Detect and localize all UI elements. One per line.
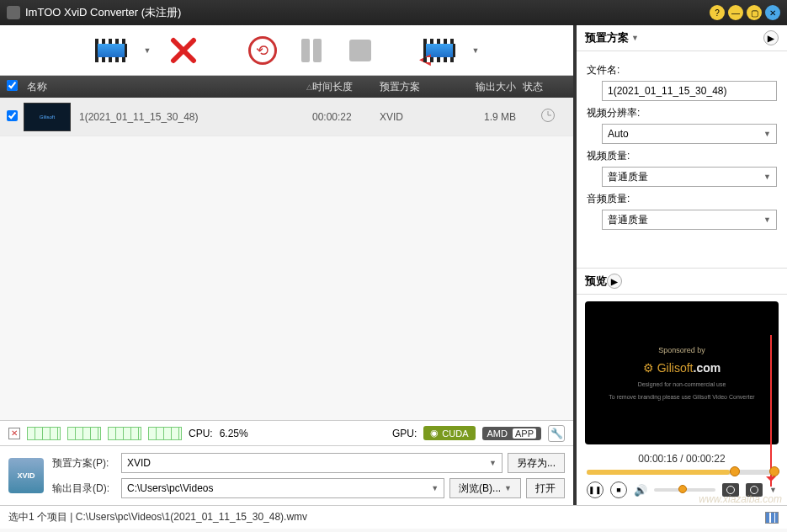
preview-brand: ⚙ Gilisoft.com xyxy=(643,361,721,375)
list-item[interactable]: Gilisoft 1(2021_01_11_15_30_48) 00:00:22… xyxy=(0,98,573,136)
audio-quality-label: 音频质量: xyxy=(587,192,777,206)
resolution-label: 视频分辨率: xyxy=(587,106,777,120)
scrub-end-knob[interactable] xyxy=(769,466,779,476)
app-icon xyxy=(7,6,20,19)
close-button[interactable]: ✕ xyxy=(765,5,780,20)
save-as-button[interactable]: 另存为... xyxy=(508,453,565,473)
cpu-label: CPU: xyxy=(189,428,213,439)
cuda-badge[interactable]: ◉CUDA xyxy=(423,426,475,440)
preview-note1: Designed for non-commercial use xyxy=(638,381,726,387)
fullscreen-button[interactable] xyxy=(722,483,739,497)
filename-input[interactable] xyxy=(602,81,777,101)
pause-button[interactable] xyxy=(294,33,329,68)
amd-badge[interactable]: AMDAPP xyxy=(482,427,541,440)
cpu-core-graph xyxy=(67,427,101,440)
profile-label: 预置方案(P): xyxy=(52,456,116,471)
minimize-button[interactable]: — xyxy=(728,5,743,20)
main-toolbar: ▼ ⟲ ◀ ▼ xyxy=(0,25,573,76)
help-button[interactable]: ? xyxy=(710,5,725,20)
perf-bar: ✕ CPU: 6.25% GPU: ◉CUDA AMDAPP 🔧 xyxy=(0,420,573,445)
remove-button[interactable] xyxy=(166,33,201,68)
convert-button[interactable]: ⟲ xyxy=(245,33,280,68)
clock-icon xyxy=(541,109,555,122)
col-name[interactable]: 名称 xyxy=(24,80,303,94)
row-duration: 00:00:22 xyxy=(312,111,380,123)
col-profile[interactable]: 预置方案 xyxy=(380,80,464,94)
preset-panel-header: 预置方案 ▼ ▶ xyxy=(577,25,787,51)
preset-panel: 文件名: 视频分辨率: Auto▼ 视频质量: 普通质量▼ 音频质量: 普通质量… xyxy=(577,51,787,237)
status-bar: 选中1 个项目 | C:\Users\pc\Videos\1(2021_01_1… xyxy=(0,505,787,529)
status-history-button[interactable] xyxy=(765,512,779,524)
maximize-button[interactable]: ▢ xyxy=(747,5,762,20)
preview-time: 00:00:16 / 00:00:22 xyxy=(577,451,787,470)
add-file-dropdown[interactable]: ▼ xyxy=(144,46,152,55)
import-button[interactable]: ◀ xyxy=(422,33,457,68)
volume-slider[interactable] xyxy=(654,488,715,492)
browse-button[interactable]: 浏览(B)...▼ xyxy=(449,478,521,498)
row-profile: XVID xyxy=(380,111,464,123)
filename-label: 文件名: xyxy=(587,63,777,77)
cpu-core-graph xyxy=(148,427,182,440)
open-folder-button[interactable]: 打开 xyxy=(526,478,565,498)
preview-stop-button[interactable]: ■ xyxy=(610,481,627,498)
preview-note2: To remove branding please use Gilisoft V… xyxy=(609,394,754,400)
output-dir-select[interactable]: C:\Users\pc\Videos▼ xyxy=(121,478,444,498)
file-list: Gilisoft 1(2021_01_11_15_30_48) 00:00:22… xyxy=(0,98,573,420)
row-status xyxy=(523,109,573,125)
list-header: 名称 △ 时间长度 预置方案 输出大小 状态 xyxy=(0,76,573,98)
profile-select[interactable]: XVID▼ xyxy=(121,453,503,473)
title-bar: ImTOO XviD Converter (未注册) ? — ▢ ✕ xyxy=(0,0,787,25)
sort-indicator-icon: △ xyxy=(306,82,312,91)
preview-pause-button[interactable]: ❚❚ xyxy=(587,481,604,498)
row-name: 1(2021_01_11_15_30_48) xyxy=(79,111,312,123)
snapshot-dropdown[interactable]: ▼ xyxy=(769,486,777,494)
status-text: 选中1 个项目 | C:\Users\pc\Videos\1(2021_01_1… xyxy=(8,510,307,524)
scrub-knob[interactable] xyxy=(730,466,740,476)
volume-icon[interactable]: 🔊 xyxy=(634,484,647,497)
preset-expand-button[interactable]: ▶ xyxy=(763,30,779,45)
preview-panel-header: 预览 ▶ xyxy=(577,268,787,295)
col-duration[interactable]: 时间长度 xyxy=(312,80,380,94)
select-all-checkbox[interactable] xyxy=(7,80,18,91)
close-perf-button[interactable]: ✕ xyxy=(8,428,20,439)
snapshot-button[interactable] xyxy=(746,483,763,497)
output-dir-label: 输出目录(D): xyxy=(52,481,116,496)
add-file-button[interactable] xyxy=(93,33,129,68)
preview-expand-button[interactable]: ▶ xyxy=(607,274,622,289)
col-outsize[interactable]: 输出大小 xyxy=(464,80,523,94)
video-quality-label: 视频质量: xyxy=(587,149,777,163)
gpu-label: GPU: xyxy=(392,428,417,439)
cpu-core-graph xyxy=(108,427,141,440)
stop-button[interactable] xyxy=(343,33,378,68)
perf-settings-button[interactable]: 🔧 xyxy=(548,425,565,442)
video-quality-select[interactable]: 普通质量▼ xyxy=(602,167,777,187)
preset-header-chevron-icon[interactable]: ▼ xyxy=(631,34,639,42)
preset-header-label: 预置方案 xyxy=(585,30,629,45)
profile-icon: XVID xyxy=(8,458,44,493)
thumbnail: Gilisoft xyxy=(24,103,71,131)
col-status[interactable]: 状态 xyxy=(523,80,573,94)
preview-controls: ❚❚ ■ 🔊 ▼ xyxy=(577,475,787,505)
destination-panel: XVID 预置方案(P): XVID▼ 另存为... 输出目录(D): C:\U… xyxy=(0,445,573,505)
cpu-core-graph xyxy=(27,427,61,440)
preview-header-label: 预览 xyxy=(585,274,607,289)
preview-sponsored: Sponsored by xyxy=(658,346,705,354)
row-outsize: 1.9 MB xyxy=(464,111,523,123)
import-dropdown[interactable]: ▼ xyxy=(472,46,481,55)
preview-video[interactable]: Sponsored by ⚙ Gilisoft.com Designed for… xyxy=(585,301,779,444)
preview-scrubber[interactable] xyxy=(587,470,777,475)
resolution-select[interactable]: Auto▼ xyxy=(602,124,777,144)
row-checkbox[interactable] xyxy=(7,110,18,121)
cpu-value: 6.25% xyxy=(220,428,248,439)
window-title: ImTOO XviD Converter (未注册) xyxy=(25,5,181,20)
audio-quality-select[interactable]: 普通质量▼ xyxy=(602,210,777,230)
volume-knob[interactable] xyxy=(678,485,687,493)
